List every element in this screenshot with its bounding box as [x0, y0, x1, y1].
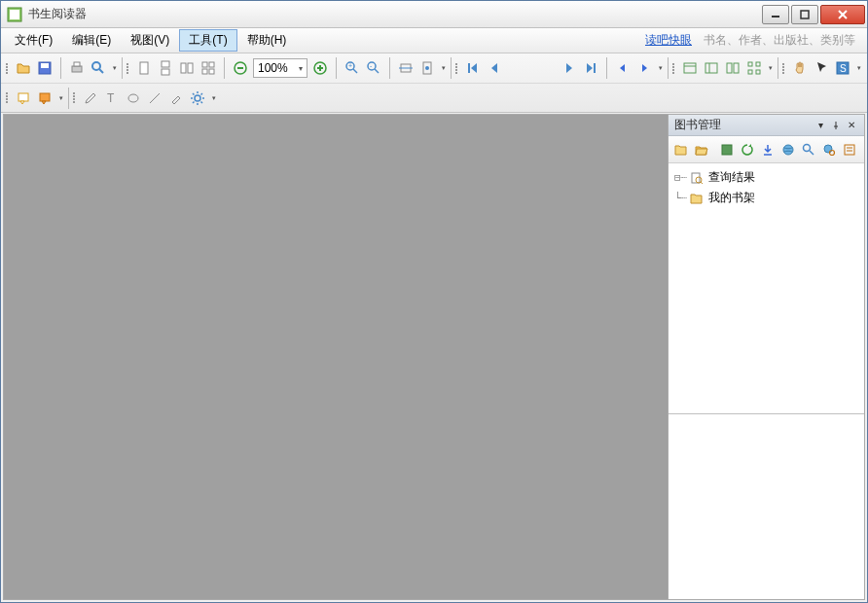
panel-pin-icon[interactable]: [829, 119, 843, 132]
toolbar-row-2: ▾ T ▾: [1, 83, 867, 112]
layout1-icon[interactable]: [679, 57, 701, 79]
zoom-value: 100%: [258, 61, 288, 75]
grip-icon[interactable]: [6, 92, 8, 103]
highlight-icon[interactable]: [165, 88, 187, 109]
dropdown-arrow-icon[interactable]: ▾: [855, 64, 863, 72]
open-folder-icon[interactable]: [692, 140, 711, 160]
catalog-icon[interactable]: [840, 140, 859, 160]
zoom-in-icon[interactable]: [309, 57, 331, 79]
grip-icon[interactable]: [73, 92, 75, 103]
app-icon: [7, 7, 22, 22]
menu-view[interactable]: 视图(V): [121, 29, 179, 52]
text-icon[interactable]: T: [101, 88, 123, 109]
panel-title: 图书管理: [674, 117, 812, 133]
svg-rect-64: [722, 145, 732, 155]
minimize-button[interactable]: [762, 5, 789, 24]
svg-rect-8: [72, 66, 82, 72]
next-page-icon[interactable]: [559, 57, 580, 79]
side-panel: 图书管理 ▾ ✕ ⊟┈ 查询结果: [668, 115, 864, 599]
magnify-minus-icon[interactable]: -: [363, 57, 384, 79]
tree-view[interactable]: ⊟┈ 查询结果 └┈ 我的书架: [669, 163, 864, 414]
find-icon[interactable]: [799, 140, 818, 160]
grip-icon[interactable]: [672, 63, 674, 74]
search-hint[interactable]: 书名、作者、出版社、类别等: [704, 32, 863, 49]
svg-point-10: [92, 62, 100, 70]
close-button[interactable]: [820, 5, 865, 24]
titlebar: 书生阅读器: [1, 1, 867, 28]
settings-icon[interactable]: [187, 88, 208, 109]
svg-rect-9: [74, 62, 80, 66]
svg-rect-20: [209, 69, 214, 74]
first-page-icon[interactable]: [462, 57, 484, 79]
page-multi-icon[interactable]: [198, 57, 219, 79]
window-title: 书生阅读器: [28, 6, 762, 22]
dropdown-arrow-icon[interactable]: ▾: [440, 64, 448, 72]
svg-rect-50: [18, 93, 28, 101]
book-icon[interactable]: [717, 140, 737, 160]
open-icon[interactable]: [13, 57, 34, 79]
annotation2-icon[interactable]: [34, 88, 55, 109]
svg-rect-17: [202, 62, 207, 67]
svg-rect-42: [727, 63, 732, 73]
menu-tools[interactable]: 工具(T): [179, 29, 236, 52]
zoom-out-icon[interactable]: [230, 57, 251, 79]
svg-line-27: [353, 69, 357, 73]
line-icon[interactable]: [144, 88, 165, 109]
svg-rect-15: [181, 63, 186, 73]
menu-help[interactable]: 帮助(H): [237, 29, 297, 52]
pointer-icon[interactable]: [811, 57, 832, 79]
web-search-icon[interactable]: [819, 140, 839, 160]
pencil-icon[interactable]: [80, 88, 101, 109]
maximize-button[interactable]: [791, 5, 818, 24]
new-folder-icon[interactable]: [671, 140, 691, 160]
globe-icon[interactable]: [778, 140, 798, 160]
circle-icon[interactable]: [123, 88, 144, 109]
download-icon[interactable]: [758, 140, 778, 160]
tree-item-my-bookshelf[interactable]: └┈ 我的书架: [674, 188, 858, 208]
toolbar-area: ▾ 100%▾ + -: [1, 53, 867, 113]
save-icon[interactable]: [34, 57, 55, 79]
dropdown-arrow-icon[interactable]: ▾: [767, 64, 775, 72]
page-continuous-icon[interactable]: [155, 57, 176, 79]
dropdown-arrow-icon[interactable]: ▾: [657, 64, 665, 72]
quick-read-link[interactable]: 读吧快眼: [645, 32, 704, 49]
fit-width-icon[interactable]: [395, 57, 416, 79]
panel-header: 图书管理 ▾ ✕: [669, 115, 864, 136]
forward-icon[interactable]: [633, 57, 655, 79]
content-area: 图书管理 ▾ ✕ ⊟┈ 查询结果: [3, 114, 865, 600]
grip-icon[interactable]: [6, 63, 8, 74]
toolbar-row-1: ▾ 100%▾ + -: [1, 53, 867, 83]
magnify-plus-icon[interactable]: +: [342, 57, 363, 79]
refresh-icon[interactable]: [738, 140, 757, 160]
dropdown-arrow-icon[interactable]: ▾: [57, 94, 65, 102]
grip-icon[interactable]: [127, 63, 128, 74]
back-icon[interactable]: [612, 57, 633, 79]
panel-menu-icon[interactable]: ▾: [814, 119, 827, 132]
page-single-icon[interactable]: [133, 57, 155, 79]
annotation1-icon[interactable]: [13, 88, 34, 109]
layout3-icon[interactable]: [722, 57, 743, 79]
panel-close-icon[interactable]: ✕: [845, 119, 858, 132]
tree-item-search-results[interactable]: ⊟┈ 查询结果: [674, 167, 858, 188]
grip-icon[interactable]: [455, 63, 457, 74]
dropdown-arrow-icon[interactable]: ▾: [111, 64, 119, 72]
print-icon[interactable]: [66, 57, 88, 79]
grip-icon[interactable]: [782, 63, 784, 74]
prev-page-icon[interactable]: [484, 57, 505, 79]
layout4-icon[interactable]: [743, 57, 765, 79]
menubar: 文件(F) 编辑(E) 视图(V) 工具(T) 帮助(H) 读吧快眼 书名、作者…: [1, 28, 867, 53]
hand-icon[interactable]: [789, 57, 811, 79]
fit-page-icon[interactable]: [416, 57, 438, 79]
app-window: 书生阅读器 文件(F) 编辑(E) 视图(V) 工具(T) 帮助(H) 读吧快眼…: [0, 0, 868, 603]
select-icon[interactable]: S: [832, 57, 853, 79]
dropdown-arrow-icon[interactable]: ▾: [210, 94, 218, 102]
menu-file[interactable]: 文件(F): [5, 29, 62, 52]
search-icon[interactable]: [88, 57, 109, 79]
layout2-icon[interactable]: [701, 57, 722, 79]
zoom-input[interactable]: 100%▾: [253, 58, 307, 78]
page-facing-icon[interactable]: [176, 57, 198, 79]
menu-edit[interactable]: 编辑(E): [62, 29, 121, 52]
last-page-icon[interactable]: [580, 57, 601, 79]
svg-rect-16: [188, 63, 193, 73]
panel-toolbar: [669, 136, 864, 163]
